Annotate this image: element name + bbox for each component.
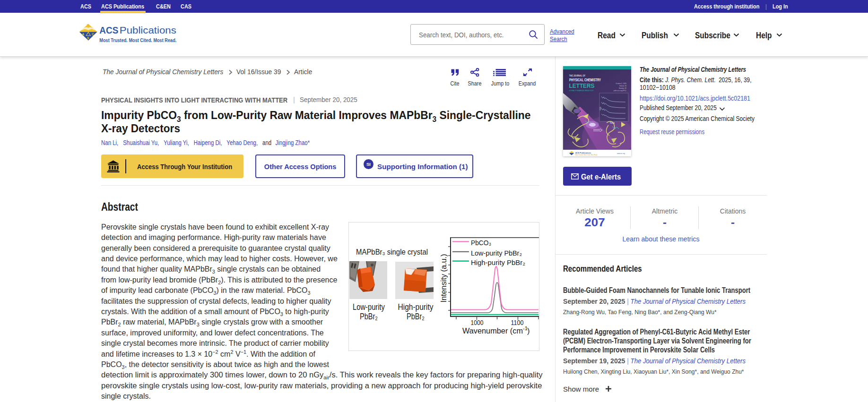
svg-text:High-purity: High-purity bbox=[398, 302, 434, 312]
svg-text:Number 39: Number 39 bbox=[619, 87, 626, 89]
svg-text:www.acs.org: www.acs.org bbox=[617, 153, 625, 154]
svg-text:October 2, 2025: October 2, 2025 bbox=[616, 83, 626, 85]
svg-text:A JOURNAL OF THE AMERICAN CHEM: A JOURNAL OF THE AMERICAN CHEMICAL SOCIE… bbox=[569, 90, 594, 92]
svg-text:Low-purity: Low-purity bbox=[353, 302, 385, 312]
svg-text:ACS: ACS bbox=[99, 25, 118, 35]
svg-text:THE JOURNAL OF: THE JOURNAL OF bbox=[569, 74, 585, 77]
svg-text:PbCO₃: PbCO₃ bbox=[471, 239, 491, 247]
svg-text:Wavenumber (cm: Wavenumber (cm bbox=[462, 326, 523, 335]
svg-text:PbBr₂: PbBr₂ bbox=[360, 312, 378, 321]
svg-text:LETTERS: LETTERS bbox=[569, 82, 595, 89]
svg-text:Most Trusted. Most Cited. Most: Most Trusted. Most Cited. Most Read. bbox=[99, 37, 176, 43]
svg-text:C: C bbox=[92, 33, 94, 36]
svg-text:Most Trusted. Most Cited. Most: Most Trusted. Most Cited. Most Read. bbox=[575, 154, 598, 156]
svg-text:ACS Publications: ACS Publications bbox=[575, 152, 591, 154]
svg-text:A: A bbox=[82, 33, 85, 36]
svg-text:Intensity (a.u.): Intensity (a.u.) bbox=[439, 254, 448, 303]
svg-text:S: S bbox=[87, 36, 89, 40]
svg-text:PHYSICAL CHEMISTRY: PHYSICAL CHEMISTRY bbox=[569, 77, 601, 82]
svg-text:G(t): G(t) bbox=[599, 107, 601, 111]
svg-text:Volume 16: Volume 16 bbox=[619, 85, 626, 87]
svg-text:): ) bbox=[527, 326, 530, 335]
svg-text:High-purity PbBr₂: High-purity PbBr₂ bbox=[471, 258, 525, 266]
svg-text:MAPbBr₃ single crystal: MAPbBr₃ single crystal bbox=[356, 248, 428, 257]
svg-text:PbBr₂: PbBr₂ bbox=[407, 312, 425, 321]
svg-text:Low-purity PbBr₂: Low-purity PbBr₂ bbox=[471, 249, 522, 257]
svg-text:1000: 1000 bbox=[471, 319, 484, 326]
svg-text:Publications: Publications bbox=[120, 25, 176, 35]
svg-text:pubs.acs.org/JPCL: pubs.acs.org/JPCL bbox=[614, 90, 626, 92]
svg-text:1100: 1100 bbox=[511, 319, 524, 326]
